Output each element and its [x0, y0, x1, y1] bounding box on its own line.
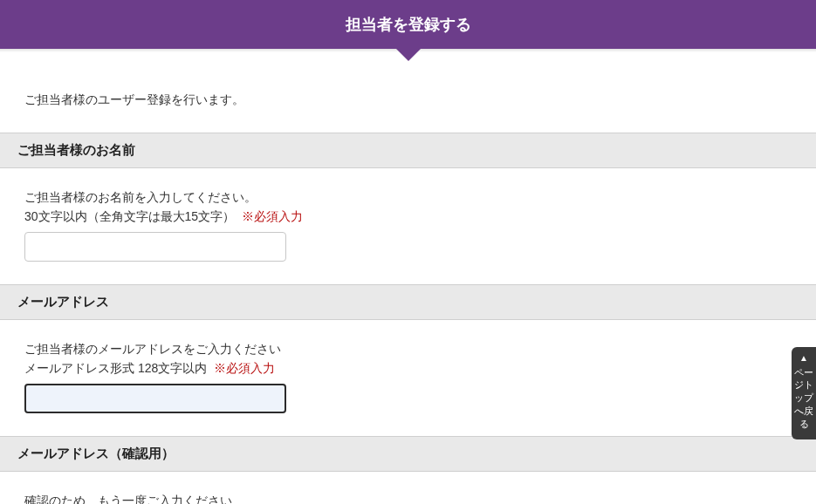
section-heading-email-confirm: メールアドレス（確認用） [0, 436, 816, 472]
section-body-email: ご担当者様のメールアドレスをご入力ください メールアドレス形式 128文字以内 … [0, 320, 816, 436]
email-required: ※必須入力 [214, 361, 275, 375]
section-heading-email-confirm-text: メールアドレス（確認用） [17, 446, 175, 460]
name-help: ご担当者様のお名前を入力してください。 [24, 187, 792, 207]
email-help: ご担当者様のメールアドレスをご入力ください [24, 339, 792, 358]
page-title: 担当者を登録する [346, 16, 471, 33]
section-heading-email-text: メールアドレス [17, 294, 109, 309]
intro-block: ご担当者様のユーザー登録を行います。 [0, 52, 816, 133]
email-constraint: メールアドレス形式 128文字以内 [24, 361, 207, 375]
section-heading-name: ご担当者様のお名前 [0, 133, 816, 168]
section-body-email-confirm: 確認のため、もう一度ご入力ください メールアドレス形式 128文字以内 ※必須入… [0, 472, 816, 504]
name-constraint-line: 30文字以内（全角文字は最大15文字） ※必須入力 [24, 207, 792, 226]
email-confirm-help: 確認のため、もう一度ご入力ください [24, 491, 792, 504]
email-constraint-line: メールアドレス形式 128文字以内 ※必須入力 [24, 358, 792, 378]
section-body-name: ご担当者様のお名前を入力してください。 30文字以内（全角文字は最大15文字） … [0, 168, 816, 284]
page-top-button[interactable]: ▲ ページトップへ戻る [792, 347, 816, 439]
section-heading-name-text: ご担当者様のお名前 [17, 142, 135, 157]
name-required: ※必須入力 [242, 209, 303, 223]
section-heading-email: メールアドレス [0, 284, 816, 320]
arrow-up-icon: ▲ [793, 352, 814, 364]
page-header: 担当者を登録する [0, 0, 816, 49]
name-constraint: 30文字以内（全角文字は最大15文字） [24, 209, 235, 223]
name-input[interactable] [24, 232, 286, 262]
page-top-label: ページトップへ戻る [794, 367, 813, 429]
email-input[interactable] [24, 384, 286, 413]
intro-text: ご担当者様のユーザー登録を行います。 [24, 92, 244, 106]
